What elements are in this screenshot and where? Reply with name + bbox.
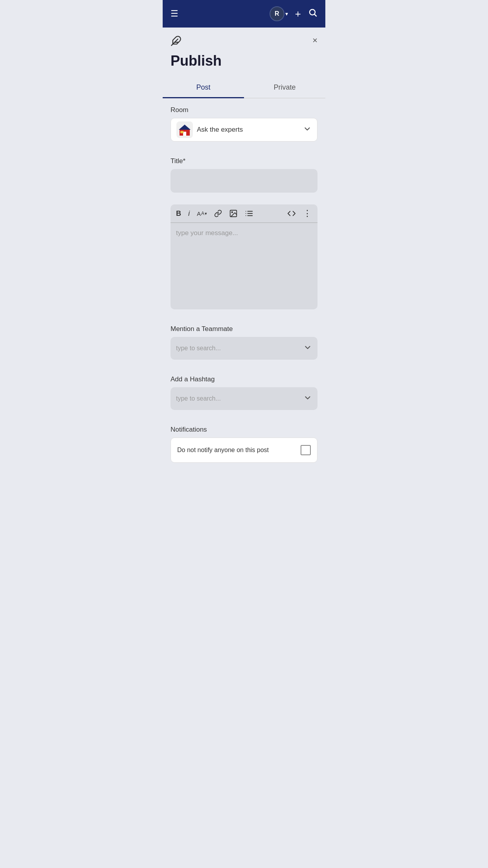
code-button[interactable] (287, 209, 296, 218)
hashtag-label: Add a Hashtag (171, 375, 317, 383)
link-button[interactable] (214, 210, 222, 217)
editor-toolbar: B i AA▾ (171, 204, 317, 223)
close-button[interactable]: × (312, 35, 317, 46)
hashtag-section: Add a Hashtag type to search... (163, 368, 325, 410)
room-house-icon (178, 123, 191, 136)
user-initial: R (275, 10, 279, 17)
user-avatar[interactable]: R (270, 6, 284, 21)
notifications-label: Notifications (171, 426, 317, 434)
main-content: × Publish Post Private Room (163, 28, 325, 463)
image-button[interactable] (229, 209, 238, 218)
avatar-group: R ▾ (270, 6, 288, 21)
create-button[interactable]: + (295, 8, 301, 20)
mention-dropdown[interactable]: type to search... (171, 337, 317, 360)
mention-placeholder: type to search... (176, 345, 221, 352)
hashtag-chevron-icon (303, 394, 312, 404)
title-input[interactable] (171, 169, 317, 193)
notification-checkbox[interactable] (301, 445, 311, 455)
search-button[interactable] (308, 8, 317, 20)
room-dropdown[interactable]: Ask the experts (171, 118, 317, 142)
page-title: Publish (163, 49, 325, 77)
mention-chevron-icon (303, 343, 312, 353)
nav-left: ☰ (171, 9, 178, 19)
hashtag-placeholder: type to search... (176, 395, 221, 402)
user-dropdown-arrow[interactable]: ▾ (285, 11, 288, 17)
message-placeholder: type your message... (176, 229, 238, 237)
room-icon (176, 121, 193, 138)
svg-rect-7 (180, 131, 183, 133)
tab-private[interactable]: Private (244, 77, 325, 98)
editor-container: B i AA▾ (171, 204, 317, 309)
mention-section: Mention a Teammate type to search... (163, 317, 325, 360)
message-input[interactable]: type your message... (171, 223, 317, 309)
svg-rect-6 (183, 132, 186, 136)
title-section: Title* (163, 149, 325, 193)
tab-post[interactable]: Post (163, 77, 244, 98)
svg-point-9 (231, 211, 233, 213)
room-selected: Ask the experts (176, 121, 243, 138)
more-options-button[interactable]: ⋮ (303, 208, 312, 219)
tab-bar: Post Private (163, 77, 325, 98)
editor-section: B i AA▾ (163, 193, 325, 309)
notification-option-label: Do not notify anyone on this post (177, 447, 269, 454)
room-section: Room Ask the experts (163, 98, 325, 142)
publish-header: × (163, 28, 325, 49)
top-nav: ☰ R ▾ + (163, 0, 325, 28)
title-label: Title* (171, 157, 317, 165)
hashtag-dropdown[interactable]: type to search... (171, 387, 317, 410)
italic-button[interactable]: i (188, 210, 190, 218)
list-button[interactable] (245, 209, 253, 218)
hamburger-icon[interactable]: ☰ (171, 9, 178, 19)
notifications-section: Notifications Do not notify anyone on th… (163, 418, 325, 463)
svg-marker-5 (179, 125, 191, 130)
room-chevron-icon (303, 125, 312, 135)
room-label: Room (171, 106, 317, 114)
bold-button[interactable]: B (176, 210, 181, 218)
notification-option: Do not notify anyone on this post (171, 438, 317, 463)
font-size-button[interactable]: AA▾ (197, 210, 207, 217)
room-name: Ask the experts (197, 126, 243, 134)
nav-right: R ▾ + (270, 6, 317, 21)
mention-label: Mention a Teammate (171, 325, 317, 333)
svg-line-1 (315, 15, 316, 16)
feather-icon (171, 35, 182, 49)
